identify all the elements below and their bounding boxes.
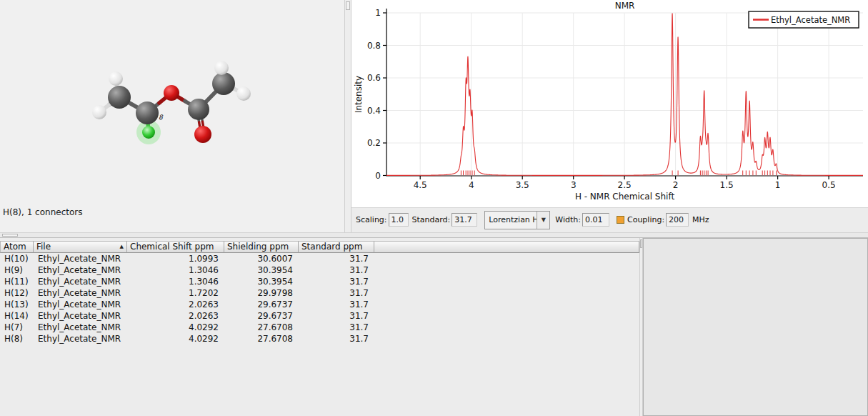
table-cell: 31.7: [299, 310, 374, 322]
table-cell: 27.6708: [224, 333, 299, 345]
column-header-file[interactable]: File▲: [34, 241, 127, 253]
column-header-atom[interactable]: Atom: [0, 241, 34, 253]
coupling-unit-label: MHz: [692, 215, 709, 224]
table-body: H(10)Ethyl_Acetate_NMR1.099330.600731.7H…: [0, 253, 639, 345]
y-tick-label: 0.8: [367, 41, 381, 51]
standard-label: Standard:: [412, 215, 451, 224]
y-tick-label: 0.6: [367, 73, 381, 83]
table-cell: Ethyl_Acetate_NMR: [34, 253, 127, 264]
table-row[interactable]: H(13)Ethyl_Acetate_NMR2.026329.673731.7: [0, 299, 639, 310]
splitter-grip[interactable]: [640, 239, 642, 248]
nmr-shift-table: AtomFile▲Chemical Shift ppmShielding ppm…: [0, 238, 639, 416]
table-row[interactable]: H(8)Ethyl_Acetate_NMR4.029227.670831.7: [0, 333, 639, 345]
table-cell: 1.3046: [127, 276, 224, 287]
table-row[interactable]: H(7)Ethyl_Acetate_NMR4.029227.670831.7: [0, 322, 639, 333]
x-axis-label: H - NMR Chemical Shift: [575, 192, 675, 202]
table-header-row: AtomFile▲Chemical Shift ppmShielding ppm…: [0, 241, 639, 253]
table-cell: 30.3954: [224, 276, 299, 287]
table-cell: H(8): [0, 333, 34, 345]
x-tick-label: 4: [469, 180, 474, 190]
scaling-input[interactable]: 1.0: [389, 213, 409, 227]
x-tick-label: 2.5: [618, 180, 632, 190]
table-cell: 4.0292: [127, 333, 224, 345]
peak-shape-select[interactable]: Lorentzian H ▼: [484, 211, 550, 229]
y-tick-label: 0: [375, 171, 381, 181]
table-cell: H(14): [0, 310, 34, 322]
x-tick-label: 1: [775, 180, 781, 190]
legend-label: Ethyl_Acetate_NMR: [771, 15, 850, 25]
coupling-input[interactable]: 200: [666, 213, 689, 227]
peak-shape-value: Lorentzian H: [485, 212, 537, 229]
width-label: Width:: [555, 215, 581, 224]
atom-carbon[interactable]: [212, 72, 235, 95]
atom-hydrogen[interactable]: [92, 105, 106, 119]
table-cell: H(10): [0, 253, 34, 264]
table-cell: 29.6737: [224, 310, 299, 322]
table-cell: 30.6007: [224, 253, 299, 264]
table-cell: 27.6708: [224, 322, 299, 333]
table-cell: Ethyl_Acetate_NMR: [34, 322, 127, 333]
column-header-standard-ppm[interactable]: Standard ppm: [299, 241, 374, 253]
molecule-viewer[interactable]: 8 H(8), 1 connectors: [0, 0, 344, 232]
table-cell: 29.6737: [224, 299, 299, 310]
table-cell: H(12): [0, 287, 34, 299]
atom-hydrogen[interactable]: [236, 86, 251, 101]
atom-oxygen[interactable]: [194, 126, 211, 143]
table-cell: Ethyl_Acetate_NMR: [34, 287, 127, 299]
table-cell: 1.3046: [127, 264, 224, 276]
table-cell: Ethyl_Acetate_NMR: [34, 276, 127, 287]
coupling-checkbox[interactable]: [617, 216, 624, 224]
table-cell: 30.3954: [224, 264, 299, 276]
table-cell: 4.0292: [127, 322, 224, 333]
sort-ascending-icon: ▲: [117, 242, 124, 252]
horizontal-splitter[interactable]: [0, 232, 868, 238]
width-input[interactable]: 0.01: [582, 213, 609, 227]
table-cell: 31.7: [299, 264, 374, 276]
atom-hydrogen[interactable]: [214, 61, 229, 75]
table-cell: 1.0993: [127, 253, 224, 264]
column-header-chemical-shift-ppm[interactable]: Chemical Shift ppm: [127, 241, 224, 253]
table-cell: Ethyl_Acetate_NMR: [34, 333, 127, 345]
chevron-down-icon[interactable]: ▼: [537, 212, 549, 229]
atom-carbon[interactable]: [136, 101, 159, 124]
column-header-shielding-ppm[interactable]: Shielding ppm: [224, 241, 299, 253]
splitter-grip[interactable]: [346, 1, 350, 10]
y-axis-label: Intensity: [354, 76, 364, 113]
table-cell: Ethyl_Acetate_NMR: [34, 299, 127, 310]
column-header-empty[interactable]: [374, 241, 639, 253]
selected-atom-label: 8: [159, 114, 164, 121]
table-row[interactable]: H(12)Ethyl_Acetate_NMR1.720229.979831.7: [0, 287, 639, 299]
spectrum-panel: 00.20.40.60.814.543.532.521.510.5NMRH - …: [351, 0, 868, 232]
spectrum-plot[interactable]: 00.20.40.60.814.543.532.521.510.5NMRH - …: [351, 0, 868, 208]
table-cell: H(11): [0, 276, 34, 287]
table-cell: Ethyl_Acetate_NMR: [34, 310, 127, 322]
atom-hydrogen[interactable]: [109, 71, 123, 86]
table-row[interactable]: H(9)Ethyl_Acetate_NMR1.304630.395431.7: [0, 264, 639, 276]
table-cell: H(13): [0, 299, 34, 310]
table-cell: 2.0263: [127, 310, 224, 322]
atom-carbon[interactable]: [188, 99, 209, 120]
table-cell: Ethyl_Acetate_NMR: [34, 264, 127, 276]
table-cell: 31.7: [299, 276, 374, 287]
table-cell: 29.9798: [224, 287, 299, 299]
scaling-label: Scaling:: [356, 215, 387, 224]
splitter-grip[interactable]: [2, 234, 18, 237]
table-row[interactable]: H(14)Ethyl_Acetate_NMR2.026329.673731.7: [0, 310, 639, 322]
x-tick-label: 3.5: [516, 180, 529, 190]
x-tick-label: 0.5: [822, 180, 836, 190]
x-tick-label: 3: [571, 180, 577, 190]
table-cell: 31.7: [299, 253, 374, 264]
atom-carbon[interactable]: [108, 86, 131, 109]
chart-title: NMR: [615, 1, 635, 11]
standard-input[interactable]: 31.7: [452, 213, 477, 227]
table-row[interactable]: H(10)Ethyl_Acetate_NMR1.099330.600731.7: [0, 253, 639, 264]
vertical-splitter-top[interactable]: [344, 0, 351, 232]
table-row[interactable]: H(11)Ethyl_Acetate_NMR1.304630.395431.7: [0, 276, 639, 287]
y-tick-label: 0.4: [367, 106, 381, 116]
atom-hydrogen-selected[interactable]: [142, 126, 155, 139]
x-tick-label: 1.5: [720, 180, 734, 190]
x-tick-label: 4.5: [414, 180, 427, 190]
table-cell: 31.7: [299, 299, 374, 310]
table-cell: H(7): [0, 322, 34, 333]
atom-oxygen[interactable]: [164, 85, 179, 101]
